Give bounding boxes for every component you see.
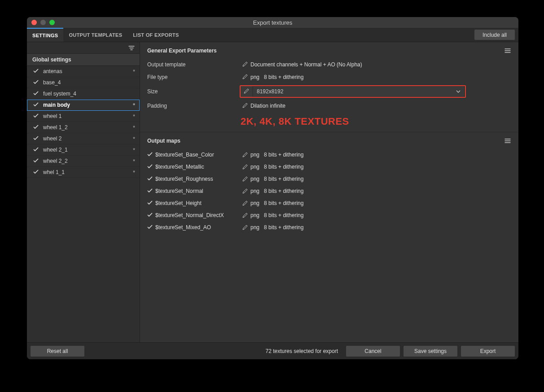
- size-highlight-box: 8192x8192: [240, 85, 466, 98]
- edit-icon[interactable]: [240, 152, 250, 157]
- include-all-button[interactable]: Include all: [474, 30, 515, 40]
- output-maps-menu-icon[interactable]: [504, 138, 511, 144]
- general-params-title: General Export Parameters: [147, 48, 504, 54]
- map-name: $textureSet_Mixed_AO: [155, 224, 240, 231]
- check-icon: [33, 68, 39, 74]
- modified-indicator: *: [133, 169, 135, 176]
- map-format-value[interactable]: png8 bits + dithering: [250, 176, 511, 182]
- edit-icon[interactable]: [240, 176, 250, 182]
- output-map-row: $textureSet_Base_Colorpng8 bits + dither…: [140, 148, 518, 161]
- check-icon[interactable]: [147, 200, 155, 206]
- map-format: png: [250, 200, 259, 206]
- texture-set-item[interactable]: wheel 2_1*: [27, 144, 140, 156]
- texture-set-item[interactable]: base_4: [27, 77, 140, 88]
- export-button[interactable]: Export: [461, 346, 515, 357]
- size-dropdown[interactable]: 8192x8192: [253, 87, 464, 96]
- texture-set-name: main body: [43, 102, 133, 108]
- map-format-value[interactable]: png8 bits + dithering: [250, 212, 511, 218]
- edit-icon[interactable]: [242, 103, 248, 109]
- modified-indicator: *: [133, 135, 135, 142]
- check-icon: [33, 135, 39, 142]
- param-label: Output template: [147, 61, 240, 68]
- param-label: Padding: [147, 103, 240, 109]
- edit-icon[interactable]: [240, 164, 250, 170]
- edit-icon[interactable]: [240, 225, 250, 230]
- texture-set-name: fuel system_4: [43, 91, 135, 97]
- map-format-value[interactable]: png8 bits + dithering: [250, 200, 511, 206]
- param-file-type: File type png 8 bits + dithering: [140, 71, 518, 83]
- texture-set-item[interactable]: wheel 1*: [27, 111, 140, 122]
- close-window-button[interactable]: [31, 20, 37, 25]
- padding-value[interactable]: Dilation infinite: [250, 103, 511, 109]
- map-spec: 8 bits + dithering: [264, 224, 303, 231]
- edit-icon[interactable]: [240, 200, 250, 206]
- map-format: png: [250, 164, 259, 170]
- reset-all-button[interactable]: Reset all: [31, 346, 84, 357]
- texture-set-item[interactable]: wheel 2*: [27, 133, 140, 144]
- map-format-value[interactable]: png8 bits + dithering: [250, 164, 511, 170]
- check-icon: [33, 91, 39, 97]
- map-format-value[interactable]: png8 bits + dithering: [250, 152, 511, 158]
- param-size: Size 8192x8192: [140, 83, 518, 100]
- export-textures-window: Export textures SETTINGS OUTPUT TEMPLATE…: [27, 17, 518, 359]
- check-icon[interactable]: [147, 152, 155, 158]
- titlebar: Export textures: [27, 17, 518, 28]
- window-title: Export textures: [253, 19, 292, 26]
- minimize-window-button[interactable]: [40, 20, 46, 25]
- annotation-text: 2K, 4K, 8K TEXTURES: [140, 112, 518, 129]
- map-format: png: [250, 212, 259, 218]
- map-format: png: [250, 224, 259, 231]
- size-value: 8192x8192: [257, 88, 283, 95]
- output-map-row: $textureSet_Roughnesspng8 bits + ditheri…: [140, 173, 518, 185]
- check-icon: [33, 113, 39, 119]
- param-label: File type: [147, 74, 240, 80]
- check-icon: [33, 158, 39, 164]
- texture-set-item[interactable]: main body*: [27, 100, 140, 111]
- texture-set-name: wheel 2_2: [43, 158, 133, 164]
- texture-set-item[interactable]: whel 1_1*: [27, 167, 140, 178]
- texture-set-item[interactable]: wheel 1_2*: [27, 122, 140, 133]
- tab-list-of-exports[interactable]: LIST OF EXPORTS: [127, 28, 184, 42]
- texture-set-item[interactable]: wheel 2_2*: [27, 156, 140, 167]
- param-label: Size: [147, 88, 240, 95]
- file-type-value[interactable]: png 8 bits + dithering: [250, 74, 511, 80]
- check-icon[interactable]: [147, 188, 155, 194]
- file-format: png: [250, 74, 259, 80]
- output-maps-list: $textureSet_Base_Colorpng8 bits + dither…: [140, 148, 518, 238]
- output-template-value[interactable]: Document channels + Normal + AO (No Alph…: [250, 61, 511, 68]
- edit-icon[interactable]: [242, 61, 248, 68]
- general-params-menu-icon[interactable]: [504, 48, 511, 54]
- global-settings-header[interactable]: Global settings: [27, 54, 140, 66]
- texture-set-name: antenas: [43, 68, 133, 74]
- output-map-row: $textureSet_Heightpng8 bits + dithering: [140, 197, 518, 209]
- check-icon[interactable]: [147, 176, 155, 182]
- footer: Reset all 72 textures selected for expor…: [27, 342, 518, 359]
- edit-icon[interactable]: [240, 188, 250, 194]
- edit-icon[interactable]: [242, 74, 248, 81]
- check-icon[interactable]: [147, 224, 155, 231]
- param-output-template: Output template Document channels + Norm…: [140, 58, 518, 71]
- edit-icon[interactable]: [244, 88, 249, 95]
- filter-icon[interactable]: [128, 45, 135, 51]
- cancel-button[interactable]: Cancel: [346, 346, 400, 357]
- map-format-value[interactable]: png8 bits + dithering: [250, 224, 511, 231]
- map-spec: 8 bits + dithering: [264, 200, 303, 206]
- map-name: $textureSet_Normal_DirectX: [155, 212, 240, 218]
- tab-output-templates[interactable]: OUTPUT TEMPLATES: [63, 28, 127, 42]
- check-icon: [33, 79, 39, 86]
- texture-set-item[interactable]: fuel system_4: [27, 88, 140, 100]
- check-icon[interactable]: [147, 164, 155, 170]
- texture-set-list: antenas*base_4fuel system_4main body*whe…: [27, 66, 140, 178]
- edit-icon[interactable]: [240, 213, 250, 218]
- map-spec: 8 bits + dithering: [264, 188, 303, 194]
- output-map-row: $textureSet_Normalpng8 bits + dithering: [140, 185, 518, 197]
- maximize-window-button[interactable]: [49, 20, 55, 25]
- save-settings-button[interactable]: Save settings: [404, 346, 457, 357]
- texture-set-name: base_4: [43, 79, 135, 86]
- tab-settings[interactable]: SETTINGS: [27, 28, 63, 42]
- texture-set-item[interactable]: antenas*: [27, 66, 140, 77]
- check-icon[interactable]: [147, 212, 155, 218]
- map-spec: 8 bits + dithering: [264, 176, 303, 182]
- map-format-value[interactable]: png8 bits + dithering: [250, 188, 511, 194]
- check-icon: [33, 147, 39, 153]
